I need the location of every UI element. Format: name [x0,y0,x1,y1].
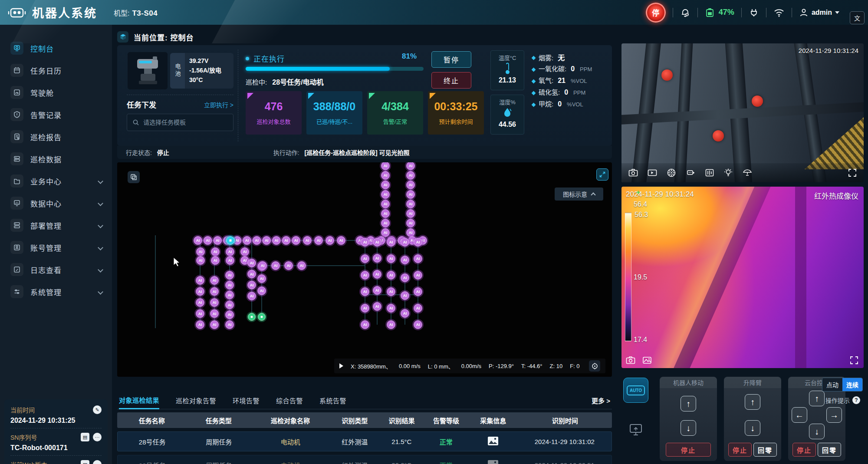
legend-toggle[interactable]: 图标示意 [555,188,603,201]
sidebar-item-system[interactable]: 系统管理 [0,282,112,301]
table-row[interactable]: 28号任务 周期任务 电动机 红外测温 20.3°C 正常 2024-11-29… [117,455,612,464]
light-icon[interactable] [724,168,733,178]
deployment-icon [10,219,23,232]
svg-text:AI: AI [198,322,202,327]
more-link[interactable]: 更多 > [592,396,610,405]
arm-down-button[interactable]: ↓ [745,420,760,436]
wifi-icon[interactable] [773,8,785,17]
jog-mode-option[interactable]: 点动 [822,378,842,391]
sidebar-item-alarm-records[interactable]: 告警记录 [0,105,112,124]
manual-mode-button[interactable] [623,418,648,443]
alarm-bell-icon[interactable] [680,7,690,18]
settings-panel-icon[interactable] [705,168,714,177]
copy-version-icon[interactable]: ▤ [81,460,89,464]
svg-text:AI: AI [375,240,379,244]
arm-zero-button[interactable]: 回零 [753,443,777,457]
svg-text:AI: AI [416,290,420,294]
sidebar-item-business-center[interactable]: 业务中心 [0,171,112,191]
wiper-icon[interactable] [742,168,753,177]
record-video-icon[interactable] [648,168,657,177]
defog-fan-icon[interactable] [667,168,676,178]
svg-text:AI: AI [403,258,407,262]
svg-text:AI: AI [363,240,367,244]
more-version-icon[interactable]: ⋯ [93,460,102,464]
expand-arrow-icon[interactable] [339,363,343,369]
tab-comprehensive-alarms[interactable]: 综合告警 [276,392,303,409]
svg-text:AI: AI [363,290,367,294]
robot-move-stop-button[interactable]: 停止 [666,443,711,457]
stat-alarm-normal: 4/384 告警/正常 [367,91,423,135]
svg-text:AI: AI [243,250,247,254]
sidebar-item-cockpit[interactable]: 驾驶舱 [0,83,112,102]
sidebar-item-task-calendar[interactable]: 任务日历 [0,61,112,80]
relocate-button[interactable] [589,360,600,372]
thermal-fullscreen-icon[interactable] [850,356,858,365]
table-row[interactable]: 28号任务 周期任务 电动机 红外测温 21.5°C 正常 2024-11-29… [117,431,612,451]
gimbal-left-button[interactable]: ← [792,407,807,423]
auto-mode-button[interactable]: AUTO [623,378,648,403]
tab-environment-alarms[interactable]: 环境告警 [233,392,260,409]
tab-system-alarms[interactable]: 系统告警 [319,392,346,409]
visible-light-camera-feed[interactable]: 2024-11-29 10:31:24 [621,43,864,182]
move-backward-button[interactable]: ↓ [681,420,696,436]
svg-text:AI: AI [250,261,254,265]
sidebar-item-inspection-data[interactable]: 巡检数据 [0,149,112,168]
task-template-select[interactable] [127,114,233,131]
gimbal-up-button[interactable]: ↑ [809,391,825,406]
map-expand-button[interactable] [596,168,608,181]
app-logo: 机器人系统 [0,4,97,21]
arm-stop-button[interactable]: 停止 [728,443,752,457]
status-panel: 电池 39.27V -1.56A/放电 30°C 任务下发 立即执行 > [117,45,612,146]
gimbal-stop-button[interactable]: 停止 [792,443,816,457]
snapshot-icon[interactable] [628,168,638,177]
gimbal-zero-button[interactable]: 回零 [818,443,841,457]
pause-button[interactable]: 暂停 [431,51,471,68]
help-icon[interactable]: ? [852,396,860,404]
captured-image-icon[interactable] [488,460,498,464]
progress-bar [246,67,424,71]
inspection-map[interactable]: AIAIAIAIAIAIAIAIAIAIAIAIAIAIAIAIAIAIAIAI… [117,162,612,377]
task-dispatch-title: 任务下发 [127,99,156,110]
edit-time-icon[interactable]: ✎ [93,405,102,414]
execute-now-link[interactable]: 立即执行 > [204,100,233,109]
diamond-bullet-icon [532,68,536,72]
svg-text:AI: AI [384,202,388,206]
robot-summary: 电池 39.27V -1.56A/放电 30°C 任务下发 立即执行 > [125,50,233,141]
user-menu[interactable]: admin [799,8,839,17]
sidebar-item-inspection-report[interactable]: 巡检报告 [0,127,112,146]
execution-status-block: 正在执行 81% 巡检中: 28号任务/电动机 暂停 终止 476 巡检对象总数… [246,51,483,140]
continuous-mode-option[interactable]: 连续 [842,378,862,391]
thermal-snapshot-icon[interactable] [626,356,635,365]
captured-image-icon[interactable] [488,437,498,445]
gimbal-down-button[interactable]: ↓ [809,424,825,439]
sidebar-item-accounts[interactable]: 账号管理 [0,238,112,257]
task-template-input[interactable] [143,119,221,126]
fullscreen-icon[interactable] [848,168,857,177]
tab-object-results[interactable]: 对象巡检结果 [119,392,159,409]
arm-up-button[interactable]: ↑ [745,394,760,410]
svg-text:AI: AI [206,238,210,243]
environment-block: 温度°C 21.13 湿度% 44.56 烟雾: 无 [490,50,608,141]
svg-text:AI: AI [213,312,217,316]
svg-text:AI: AI [339,238,343,243]
thermal-camera-feed[interactable]: 2024-11-29 10:31:24 + 红外热成像仪 56.4 56.3 1… [621,187,864,368]
emergency-stop-button[interactable]: 停 [646,3,666,23]
map-layers-button[interactable] [128,171,140,183]
more-sn-icon[interactable]: ⋯ [93,433,102,441]
move-forward-button[interactable]: ↑ [681,396,696,411]
sidebar-item-data-center[interactable]: 数据中心 [0,194,112,213]
gimbal-right-button[interactable]: → [826,407,842,423]
sidebar-item-logs[interactable]: 日志查看 [0,260,112,279]
current-time-label: 当前时间 [10,405,35,414]
language-overlay-badge[interactable]: 文 [850,11,865,24]
gas-co: 一氧化碳: 0 PPM [532,64,592,76]
tab-object-alarms[interactable]: 巡检对象告警 [176,392,216,409]
charging-plug-icon[interactable] [749,7,759,18]
terminate-button[interactable]: 终止 [431,72,471,89]
logs-icon [10,263,23,276]
robot-control-icon[interactable] [686,168,695,177]
sidebar-item-deployment[interactable]: 部署管理 [0,216,112,235]
thermal-gallery-icon[interactable] [642,356,652,365]
svg-text:AI: AI [198,300,202,305]
copy-sn-icon[interactable]: ▤ [81,433,89,441]
